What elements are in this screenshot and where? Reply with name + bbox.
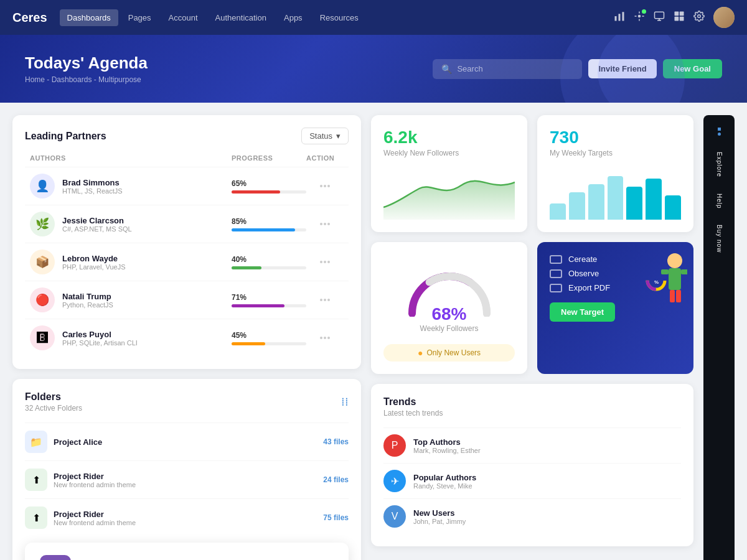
action-menu[interactable] <box>306 261 344 263</box>
trend-icon: P <box>383 434 406 457</box>
bar-chart <box>550 164 681 220</box>
card-header: Leading Partners Status ▾ <box>25 128 349 144</box>
author-skills: HTML, JS, ReactJS <box>62 187 123 195</box>
author-name: Jessie Clarcson <box>62 216 132 225</box>
svg-rect-20 <box>670 290 675 302</box>
author-skills: C#, ASP.NET, MS SQL <box>62 225 132 233</box>
bar-item <box>626 187 642 220</box>
author-details: Natali Trump Python, ReactJS <box>62 292 113 309</box>
user-avatar[interactable] <box>713 7 735 28</box>
progress-col: 85% <box>232 217 306 231</box>
progress-col: 45% <box>232 331 306 345</box>
nav-apps[interactable]: Apps <box>276 9 310 26</box>
nav-authentication[interactable]: Authentication <box>208 9 274 26</box>
buy-now-btn[interactable]: Buy now <box>716 225 723 253</box>
dark-panel: Explore Help Buy now +82$ +280$ +4500$ <box>703 115 735 560</box>
bar-fill <box>665 195 681 220</box>
promo-item-label: Export PDF <box>568 283 610 292</box>
nav-dashboards[interactable]: Dashboards <box>60 9 118 26</box>
folders-title-wrap: Folders 32 Active Folders <box>25 391 82 413</box>
action-menu[interactable] <box>306 223 344 225</box>
folder-row: 📁 Project Alice 43 files <box>25 422 349 460</box>
chart-icon[interactable] <box>614 11 625 24</box>
header-actions: 🔍 Invite Friend New Goal <box>433 59 722 79</box>
help-btn[interactable]: Help <box>716 194 723 209</box>
folders-menu-icon[interactable]: ⁞⁞ <box>341 395 349 409</box>
svg-rect-1 <box>619 14 621 21</box>
breadcrumb: Home - Dashboards - Multipurpose <box>25 75 148 84</box>
author-name: Brad Simmons <box>62 178 123 187</box>
trend-name: New Users <box>413 508 466 518</box>
svg-rect-8 <box>655 12 664 19</box>
status-dropdown[interactable]: Status ▾ <box>301 128 349 144</box>
folders-subtitle: 32 Active Folders <box>25 404 82 413</box>
folder-files: 24 files <box>323 475 349 484</box>
trends-title: Trends <box>383 396 443 408</box>
explore-btn[interactable]: Explore <box>716 152 723 177</box>
progress-bar-bg <box>232 266 306 269</box>
search-box[interactable]: 🔍 <box>433 59 582 79</box>
left-column: Leading Partners Status ▾ AUTHORS PROGRE… <box>12 115 361 560</box>
author-name: Natali Trump <box>62 292 113 301</box>
bar-item <box>569 192 585 220</box>
top-row: 6.2k Weekly New Followers <box>371 115 693 232</box>
trend-authors: John, Pat, Jimmy <box>413 518 466 525</box>
bar-fill <box>569 192 585 220</box>
progress-col: 71% <box>232 293 306 307</box>
nav-pages[interactable]: Pages <box>121 9 159 26</box>
author-info: 🅱 Carles Puyol PHP, SQLite, Artisan CLI <box>30 325 232 350</box>
sparkle-icon[interactable] <box>634 11 645 24</box>
trend-name: Popular Authors <box>413 473 476 482</box>
page-title: Todays' Agenda <box>25 54 148 73</box>
author-name: Lebron Wayde <box>62 254 126 263</box>
author-row: 🅱 Carles Puyol PHP, SQLite, Artisan CLI … <box>25 319 349 357</box>
bar-fill <box>646 179 662 220</box>
action-menu[interactable] <box>306 337 344 339</box>
folder-name: Project Rider <box>54 472 136 481</box>
invite-friend-button[interactable]: Invite Friend <box>588 59 656 78</box>
svg-text:%: % <box>654 279 659 285</box>
author-details: Brad Simmons HTML, JS, ReactJS <box>62 178 123 195</box>
svg-point-3 <box>638 15 641 18</box>
trend-row: P Top Authors Mark, Rowling, Esther <box>383 427 681 463</box>
folder-desc: New frontend admin theme <box>54 519 136 526</box>
action-menu[interactable] <box>306 185 344 187</box>
panel-dot-2 <box>718 133 721 136</box>
followers-card: 6.2k Weekly New Followers <box>371 115 527 232</box>
bar-item <box>665 195 681 220</box>
author-row: 👤 Brad Simmons HTML, JS, ReactJS 65% <box>25 167 349 205</box>
followers-chart <box>383 164 515 220</box>
progress-pct: 65% <box>232 179 306 188</box>
author-row: 🌿 Jessie Clarcson C#, ASP.NET, MS SQL 85… <box>25 205 349 243</box>
targets-number: 730 <box>550 128 681 147</box>
folder-icon: ⬆ <box>25 506 47 529</box>
trends-card: Trends Latest tech trends P Top Authors … <box>371 384 693 546</box>
settings-icon[interactable] <box>693 11 705 24</box>
action-menu[interactable] <box>306 299 344 301</box>
folders-title: Folders <box>25 391 82 403</box>
search-input[interactable] <box>457 64 573 73</box>
promo-item-icon <box>550 284 562 292</box>
new-target-button[interactable]: New Target <box>550 302 615 322</box>
folders-card: Folders 32 Active Folders ⁞⁞ 📁 Project A… <box>12 379 361 560</box>
trend-details: Popular Authors Randy, Steve, Mike <box>413 473 476 490</box>
chat-icon[interactable] <box>654 11 665 24</box>
svg-rect-2 <box>622 12 624 21</box>
svg-rect-21 <box>676 290 681 302</box>
author-info: 🔴 Natali Trump Python, ReactJS <box>30 287 232 312</box>
progress-bar-fill <box>232 342 265 345</box>
progress-bar-bg <box>232 304 306 307</box>
folder-details: Project Rider New frontend admin theme <box>54 472 136 488</box>
author-avatar: 📦 <box>30 250 55 274</box>
nav-resources[interactable]: Resources <box>312 9 366 26</box>
nav-account[interactable]: Account <box>161 9 205 26</box>
progress-bar-fill <box>232 228 295 231</box>
followers-number: 6.2k <box>383 128 515 147</box>
new-goal-button[interactable]: New Goal <box>663 59 722 78</box>
search-icon: 🔍 <box>441 64 452 74</box>
grid-icon[interactable] <box>674 11 685 24</box>
author-info: 🌿 Jessie Clarcson C#, ASP.NET, MS SQL <box>30 212 232 236</box>
gauge-card: 68% Weekly Followers ● Only New Users <box>371 242 527 374</box>
table-header: AUTHORS PROGRESS ACTION <box>25 154 349 167</box>
author-skills: Python, ReactJS <box>62 301 113 309</box>
